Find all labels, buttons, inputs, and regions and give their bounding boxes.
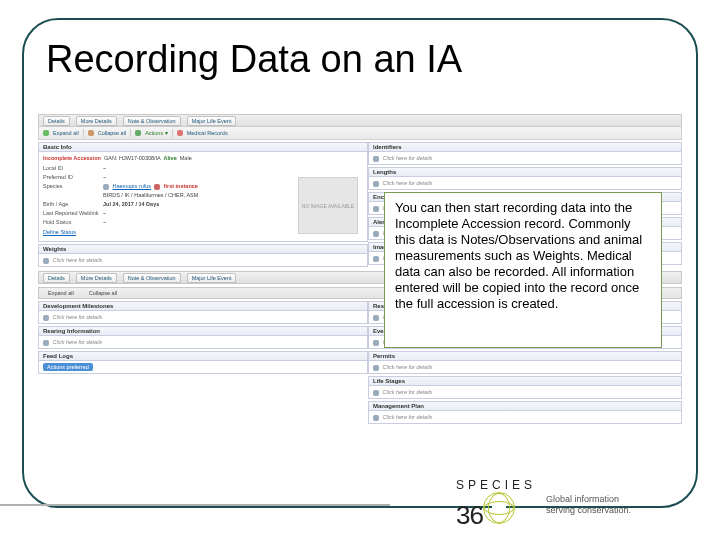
brand-name: SPECIES — [456, 478, 536, 492]
panel-identifiers[interactable]: Identifiers Click here for details — [368, 142, 682, 165]
panel-header: Permits — [369, 352, 681, 361]
panel-lengths[interactable]: Lengths Click here for details — [368, 167, 682, 190]
globe-icon — [483, 492, 515, 524]
collapse-icon — [88, 130, 94, 136]
local-id-label: Local ID — [43, 164, 103, 172]
expand-icon — [43, 130, 49, 136]
expand-icon — [43, 258, 49, 264]
status-value: Alive — [164, 155, 177, 161]
panel-permits[interactable]: Permits Click here for details — [368, 351, 682, 374]
species-icon — [103, 184, 109, 190]
expand-icon — [373, 231, 379, 237]
main-toolbar: Expand all Collapse all Actions ▾ Medica… — [38, 127, 682, 140]
define-status-link[interactable]: Define Status — [43, 229, 76, 235]
expand-icon — [373, 181, 379, 187]
first-instance-label: first instance — [164, 183, 198, 189]
panel-weights[interactable]: Weights Click here for details — [38, 244, 368, 267]
callout-box: You can then start recording data into t… — [384, 192, 662, 348]
expand-icon — [43, 315, 49, 321]
panel-header: Feed Logs — [39, 352, 367, 361]
expand-icon — [373, 156, 379, 162]
incomplete-label: Incomplete Accession — [43, 155, 101, 161]
gan-value: GAN: HJW17-00308/IA — [104, 155, 161, 161]
actions-menu[interactable]: Actions ▾ — [145, 130, 168, 136]
tagline-1: Global information — [546, 494, 619, 504]
panel-header: Rearing Information — [39, 327, 367, 336]
brand-number: 36 — [456, 492, 536, 531]
click-hint: Click here for details — [383, 155, 433, 161]
panel-life-stages[interactable]: Life Stages Click here for details — [368, 376, 682, 399]
expand-icon — [373, 315, 379, 321]
brand-number-36: 36 — [456, 500, 483, 530]
click-hint: Click here for details — [53, 314, 103, 320]
slide-title: Recording Data on an IA — [46, 38, 462, 81]
collapse-all-button[interactable]: Collapse all — [89, 290, 117, 296]
feed-action-button[interactable]: Actions preferred — [43, 363, 93, 371]
tab-details[interactable]: Details — [43, 116, 70, 126]
brand-logo: SPECIES 36 Global information serving co… — [456, 478, 631, 531]
expand-all-button[interactable]: Expand all — [53, 130, 79, 136]
click-hint: Click here for details — [53, 257, 103, 263]
expand-icon — [373, 256, 379, 262]
local-id-value: ~ — [103, 164, 363, 172]
tagline-2: serving conservation. — [546, 505, 631, 515]
panel-header: Development Milestones — [39, 302, 367, 311]
footer-divider — [0, 504, 390, 506]
panel-header: Weights — [39, 245, 367, 254]
main-tabs: Details More Details Note & Observation … — [38, 114, 682, 127]
separator — [130, 129, 131, 137]
species-label: Species — [43, 182, 103, 190]
expand-icon — [373, 340, 379, 346]
panel-header: Management Plan — [369, 402, 681, 411]
hold-label: Hold Status — [43, 218, 103, 226]
separator — [172, 129, 173, 137]
click-hint: Click here for details — [383, 180, 433, 186]
update-label: Last Reported Weblink — [43, 209, 103, 217]
tab-details[interactable]: Details — [43, 273, 70, 283]
birth-label: Birth / Age — [43, 200, 103, 208]
click-hint: Click here for details — [383, 364, 433, 370]
panel-development[interactable]: Development Milestones Click here for de… — [38, 301, 368, 324]
expand-icon — [373, 415, 379, 421]
species-link[interactable]: Haemopis rufus — [113, 183, 152, 189]
click-hint: Click here for details — [383, 414, 433, 420]
click-hint: Click here for details — [53, 339, 103, 345]
expand-icon — [43, 340, 49, 346]
separator — [83, 129, 84, 137]
brand-tagline: Global information serving conservation. — [546, 494, 631, 516]
panel-header: Basic Info — [39, 143, 367, 152]
expand-icon — [373, 206, 379, 212]
expand-icon — [373, 390, 379, 396]
actions-icon — [135, 130, 141, 136]
tab-more-details[interactable]: More Details — [76, 116, 117, 126]
flag-icon — [154, 184, 160, 190]
panel-rearing[interactable]: Rearing Information Click here for detai… — [38, 326, 368, 349]
panel-header: Lengths — [369, 168, 681, 177]
no-image-placeholder: NO IMAGE AVAILABLE — [298, 177, 358, 234]
panel-header: Life Stages — [369, 377, 681, 386]
medical-records-button[interactable]: Medical Records — [187, 130, 228, 136]
tab-major-life-event[interactable]: Major Life Event — [187, 273, 237, 283]
tab-major-life-event[interactable]: Major Life Event — [187, 116, 237, 126]
tab-more-details[interactable]: More Details — [76, 273, 117, 283]
expand-all-button[interactable]: Expand all — [48, 290, 74, 296]
click-hint: Click here for details — [383, 389, 433, 395]
medical-icon — [177, 130, 183, 136]
sex-value: Male — [180, 155, 192, 161]
panel-management-plan[interactable]: Management Plan Click here for details — [368, 401, 682, 424]
preferred-id-label: Preferred ID — [43, 173, 103, 181]
expand-icon — [373, 365, 379, 371]
panel-feed-logs[interactable]: Feed Logs Actions preferred — [38, 351, 368, 374]
tab-note-observation[interactable]: Note & Observation — [123, 116, 181, 126]
tab-note-observation[interactable]: Note & Observation — [123, 273, 181, 283]
panel-header: Identifiers — [369, 143, 681, 152]
collapse-all-button[interactable]: Collapse all — [98, 130, 126, 136]
